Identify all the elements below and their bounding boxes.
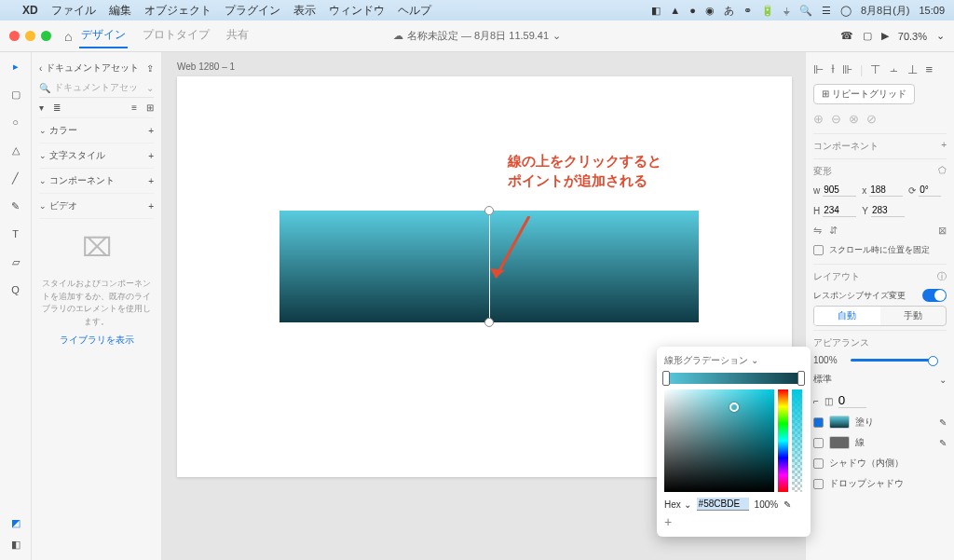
align-left-icon[interactable]: ⊩ bbox=[813, 62, 824, 76]
tool-pen[interactable]: ✎ bbox=[7, 198, 24, 214]
menu-object[interactable]: オブジェクト bbox=[144, 3, 211, 19]
gradient-stop-top[interactable] bbox=[484, 206, 494, 215]
hex-input[interactable] bbox=[697, 498, 749, 511]
menu-plugin[interactable]: プラグイン bbox=[225, 3, 280, 19]
x-field[interactable]: x bbox=[862, 184, 903, 197]
tool-line[interactable]: ╱ bbox=[7, 170, 24, 186]
chevron-down-icon[interactable]: ⌄ bbox=[939, 375, 947, 385]
tool-text[interactable]: T bbox=[7, 225, 24, 242]
color-mode-select[interactable]: Hex ⌄ bbox=[664, 499, 691, 510]
fill-swatch[interactable] bbox=[829, 416, 850, 429]
chevron-down-icon[interactable]: ⌄ bbox=[146, 83, 154, 93]
filter-icon[interactable]: ▾ bbox=[39, 102, 44, 113]
document-title[interactable]: 名称未設定 — 8月8日 11.59.41 bbox=[407, 29, 549, 43]
status-icon[interactable]: あ bbox=[724, 4, 734, 18]
drop-shadow-checkbox[interactable] bbox=[813, 479, 824, 489]
width-field[interactable]: w bbox=[813, 184, 856, 197]
menu-window[interactable]: ウィンドウ bbox=[329, 3, 385, 19]
gradient-stop[interactable] bbox=[797, 371, 805, 386]
section-video[interactable]: ビデオ+ bbox=[39, 194, 154, 219]
gradient-stop[interactable] bbox=[662, 371, 670, 386]
gradient-type-dropdown[interactable]: 線形グラデーション ⌄ bbox=[664, 354, 803, 373]
flip-h-icon[interactable]: ⇋ bbox=[813, 225, 822, 237]
tool-ellipse[interactable]: ○ bbox=[7, 114, 24, 130]
align-right-icon[interactable]: ⊪ bbox=[842, 62, 852, 76]
menu-file[interactable]: ファイル bbox=[51, 3, 96, 19]
alpha-slider[interactable] bbox=[792, 389, 802, 492]
search-icon[interactable]: 🔍 bbox=[799, 5, 812, 17]
status-icon[interactable]: ◉ bbox=[705, 5, 715, 17]
tool-artboard[interactable]: ▱ bbox=[7, 253, 24, 270]
home-icon[interactable]: ⌂ bbox=[64, 29, 72, 44]
color-field[interactable] bbox=[664, 389, 774, 492]
gradient-stops-bar[interactable] bbox=[664, 373, 803, 384]
back-icon[interactable]: ‹ bbox=[39, 63, 42, 74]
add-component-icon[interactable]: + bbox=[941, 140, 947, 153]
tool-rectangle[interactable]: ▢ bbox=[7, 86, 24, 102]
align-center-h-icon[interactable]: ⫲ bbox=[831, 61, 835, 76]
tab-share[interactable]: 共有 bbox=[225, 23, 251, 48]
app-name[interactable]: XD bbox=[22, 4, 38, 17]
battery-icon[interactable]: 🔋 bbox=[761, 5, 774, 17]
control-center-icon[interactable]: ☰ bbox=[822, 5, 831, 17]
corner-mode-icon[interactable]: ◫ bbox=[825, 396, 833, 406]
rotation-field[interactable]: ⟳ bbox=[908, 184, 941, 197]
artboard-name[interactable]: Web 1280 – 1 bbox=[177, 61, 235, 72]
tab-design[interactable]: デザイン bbox=[79, 23, 128, 48]
sort-icon[interactable]: ≣ bbox=[53, 102, 61, 113]
gradient-stop-bottom[interactable] bbox=[484, 318, 494, 327]
tool-polygon[interactable]: △ bbox=[7, 142, 24, 158]
blend-mode[interactable]: 標準 bbox=[813, 373, 934, 386]
grid-view-icon[interactable]: ⊞ bbox=[146, 102, 154, 113]
window-controls[interactable] bbox=[9, 31, 51, 41]
menu-edit[interactable]: 編集 bbox=[109, 3, 131, 19]
eyedropper-icon[interactable]: ✎ bbox=[939, 438, 947, 448]
stroke-swatch[interactable] bbox=[829, 436, 850, 449]
transform-3d-icon[interactable]: ⬠ bbox=[938, 165, 947, 178]
tool-zoom[interactable]: Q bbox=[7, 281, 24, 298]
show-libraries-link[interactable]: ライブラリを表示 bbox=[39, 334, 154, 347]
section-charstyles[interactable]: 文字スタイル+ bbox=[39, 143, 154, 169]
section-components[interactable]: コンポーネント+ bbox=[39, 169, 154, 194]
flip-v-icon[interactable]: ⇵ bbox=[829, 225, 838, 237]
wifi-icon[interactable]: ⏚ bbox=[784, 5, 790, 16]
hue-slider[interactable] bbox=[778, 389, 788, 492]
repeat-grid-button[interactable]: ⊞ リピートグリッド bbox=[813, 84, 915, 104]
libraries-icon[interactable]: ◩ bbox=[7, 517, 24, 529]
chevron-down-icon[interactable]: ⌄ bbox=[552, 30, 561, 42]
list-view-icon[interactable]: ≡ bbox=[131, 102, 137, 113]
inner-shadow-checkbox[interactable] bbox=[813, 458, 824, 469]
gradient-axis[interactable] bbox=[489, 211, 490, 322]
chevron-down-icon[interactable]: ⌄ bbox=[936, 30, 945, 42]
share-icon[interactable]: ⇪ bbox=[146, 63, 154, 74]
play-icon[interactable]: ▶ bbox=[881, 30, 889, 42]
device-desktop-icon[interactable]: ▢ bbox=[863, 30, 872, 42]
section-colors[interactable]: カラー+ bbox=[39, 118, 154, 143]
status-icon[interactable]: ● bbox=[689, 5, 696, 16]
menu-view[interactable]: 表示 bbox=[293, 3, 316, 19]
assets-search[interactable]: ドキュメントアセッ bbox=[54, 81, 143, 94]
y-field[interactable]: Y bbox=[862, 204, 905, 217]
scroll-fix-checkbox[interactable] bbox=[813, 245, 824, 255]
fill-checkbox[interactable] bbox=[813, 417, 824, 428]
alpha-value[interactable]: 100% bbox=[755, 499, 779, 510]
layers-icon[interactable]: ◧ bbox=[7, 539, 24, 551]
menu-help[interactable]: ヘルプ bbox=[398, 3, 431, 19]
boolean-union-icon[interactable]: ⊕ bbox=[813, 112, 824, 126]
align-middle-icon[interactable]: ⫠ bbox=[888, 62, 900, 76]
corner-radius-field[interactable] bbox=[838, 393, 866, 408]
stroke-checkbox[interactable] bbox=[813, 438, 824, 448]
tool-select[interactable]: ▸ bbox=[7, 58, 24, 75]
lock-aspect-icon[interactable]: ⊠ bbox=[938, 225, 947, 237]
bluetooth-icon[interactable]: ⚭ bbox=[743, 5, 752, 17]
eyedropper-icon[interactable]: ✎ bbox=[784, 499, 791, 510]
opacity-value[interactable]: 100% bbox=[813, 355, 845, 365]
status-icon[interactable]: ◧ bbox=[651, 5, 661, 17]
responsive-toggle[interactable] bbox=[922, 289, 947, 302]
align-bottom-icon[interactable]: ⊥ bbox=[907, 62, 918, 76]
distribute-icon[interactable]: ≡ bbox=[925, 62, 933, 76]
zoom-level[interactable]: 70.3% bbox=[898, 31, 927, 42]
status-icon[interactable]: ▲ bbox=[670, 5, 680, 16]
siri-icon[interactable]: ◯ bbox=[840, 5, 852, 17]
opacity-slider[interactable] bbox=[851, 359, 934, 362]
